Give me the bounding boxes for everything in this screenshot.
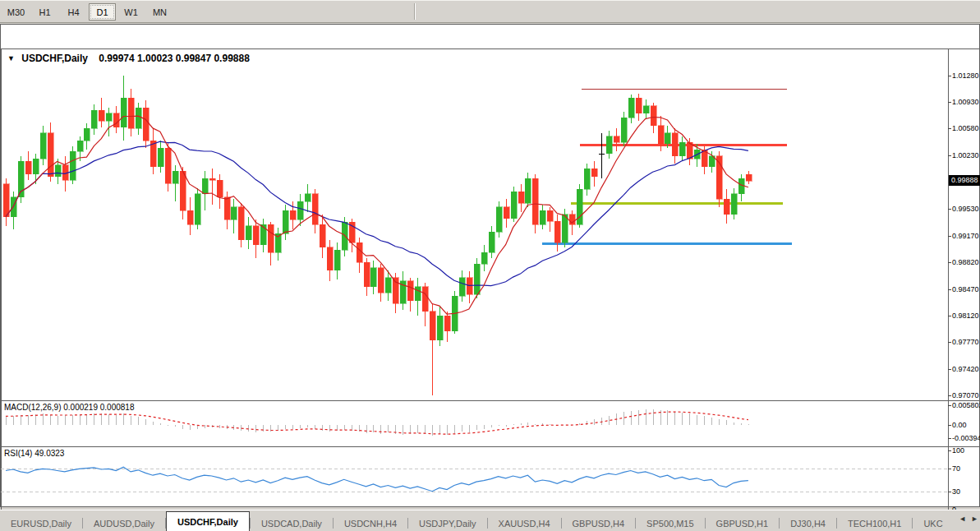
price-tick-label: 1.00230 [952, 151, 979, 159]
chart-symbol: USDCHF,Daily [21, 53, 88, 64]
chart-ohlc-values: 0.99974 1.00023 0.99847 0.99888 [99, 53, 250, 64]
timeframe-button-m30[interactable]: M30 [2, 3, 30, 21]
chart-tab-xauusd[interactable]: XAUUSD,H4 [488, 515, 561, 531]
toolbar-separator [414, 3, 416, 20]
chart-tab-tech100[interactable]: TECH100,H1 [837, 515, 912, 531]
chart-tab-bar: EURUSD,DailyAUDUSD,DailyUSDCHF,DailyUSDC… [0, 510, 980, 531]
price-tick-label: 0.99170 [952, 232, 979, 240]
price-tick-label: 0.97770 [952, 338, 979, 346]
price-tick-label: 1.00580 [952, 124, 979, 132]
rsi-indicator-label: RSI(14) 49.0323 [4, 449, 64, 458]
price-tick-label: 0.98820 [952, 258, 979, 266]
price-tick-label: 0.99530 [952, 205, 979, 213]
price-tick-label: 0.98120 [952, 312, 979, 320]
chart-tab-sp500[interactable]: SP500,M15 [636, 515, 704, 531]
macd-tick-label: 0.00 [952, 421, 967, 429]
timeframe-button-h4[interactable]: H4 [60, 3, 87, 21]
rsi-tick-label: 100 [952, 446, 964, 455]
chart-tab-ukc[interactable]: UKC [913, 515, 953, 531]
timeframe-button-d1[interactable]: D1 [89, 3, 116, 21]
price-tick-label: 1.01280 [952, 72, 979, 80]
timeframe-button-w1[interactable]: W1 [117, 3, 145, 21]
tab-scroll-right-icon[interactable]: ► [971, 515, 978, 523]
chart-title: ▼ USDCHF,Daily 0.99974 1.00023 0.99847 0… [7, 53, 250, 64]
current-price-label: 0.99888 [949, 175, 980, 186]
chart-tab-dj30[interactable]: DJ30,H4 [780, 515, 836, 531]
chart-window[interactable]: ▼ USDCHF,Daily 0.99974 1.00023 0.99847 0… [0, 24, 980, 507]
chart-tab-usdjpy[interactable]: USDJPY,Daily [408, 515, 487, 531]
timeframe-button-h1[interactable]: H1 [31, 3, 58, 21]
macd-tick-label: 0.005802 [952, 401, 980, 409]
price-tick-label: 0.97070 [952, 391, 979, 399]
timeframe-button-mn[interactable]: MN [146, 3, 173, 21]
timeframe-toolbar: M30H1H4D1W1MN [0, 0, 980, 23]
chart-tab-gbpusd[interactable]: GBPUSD,H4 [562, 515, 636, 531]
rsi-tick-label: 70 [952, 464, 960, 473]
price-tick-label: 0.97420 [952, 365, 979, 373]
rsi-tick-label: 30 [952, 487, 960, 496]
chart-tab-audusd[interactable]: AUDUSD,Daily [83, 515, 165, 531]
tab-scroll-left-icon[interactable]: ◄ [959, 515, 966, 523]
chart-tab-usdchf[interactable]: USDCHF,Daily [166, 511, 250, 531]
price-tick-label: 0.98470 [952, 285, 979, 293]
chart-canvas[interactable] [1, 25, 980, 531]
macd-indicator-label: MACD(12,26,9) 0.000219 0.000818 [4, 403, 134, 412]
chart-tab-eurusd[interactable]: EURUSD,Daily [0, 515, 82, 531]
symbol-dropdown-icon[interactable]: ▼ [7, 54, 15, 62]
chart-tab-usdcnh[interactable]: USDCNH,H4 [334, 515, 407, 531]
chart-tab-gbpusd[interactable]: GBPUSD,H1 [706, 515, 780, 531]
chart-tab-usdcad[interactable]: USDCAD,Daily [251, 515, 333, 531]
macd-tick-label: -0.00394 [952, 434, 980, 442]
mt4-window: M30H1H4D1W1MN ▼ USDCHF,Daily 0.99974 1.0… [0, 0, 980, 531]
price-tick-label: 1.00930 [952, 98, 979, 106]
